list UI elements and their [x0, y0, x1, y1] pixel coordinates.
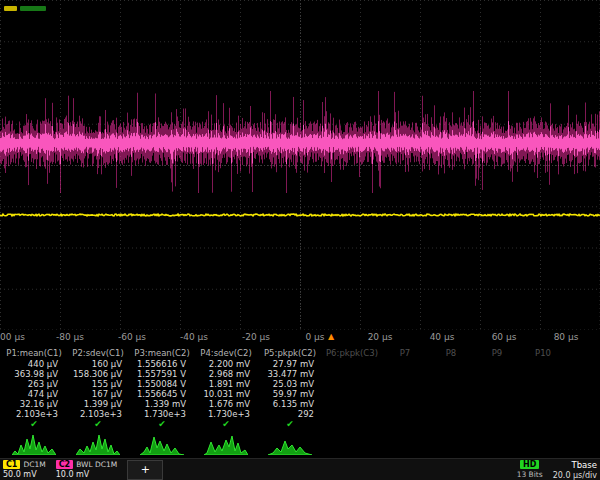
channel-coupling-c1: DC1M	[23, 460, 45, 469]
channel-descriptor-c2[interactable]: C2 BWL DC1M 10.0 mV	[56, 460, 118, 479]
table-cell: 1.730e+3	[130, 409, 194, 419]
table-cell: 2.103e+3	[2, 409, 66, 419]
time-axis-label: -60 µs	[118, 332, 146, 342]
table-cell: 1.556645 V	[130, 389, 194, 399]
hd-chip: HD	[520, 460, 539, 469]
table-cell: 27.97 mV	[258, 359, 322, 369]
histicon-p2[interactable]	[66, 429, 130, 455]
trigger-time-marker[interactable]: ▲	[328, 332, 334, 342]
time-axis-label: 60 µs	[492, 332, 517, 342]
status-check-icon: ✔	[2, 419, 66, 429]
timebase-descriptor[interactable]: Tbase 20.0 µs/div	[553, 460, 597, 480]
oscilloscope-screen: -100 µs -80 µs -60 µs -40 µs -20 µs 0 µs…	[0, 0, 600, 480]
channel-chip-c1[interactable]: C1	[3, 460, 20, 469]
corner-indicators	[4, 6, 46, 11]
status-bar: C1 DC1M 50.0 mV C2 BWL DC1M 10.0 mV + HD…	[0, 458, 600, 480]
param-header-p10[interactable]: P10	[520, 348, 566, 358]
histicon-p5[interactable]	[258, 429, 322, 455]
time-axis-label: 0 µs	[305, 332, 324, 342]
table-cell: 474 µV	[2, 389, 66, 399]
time-axis-label: 40 µs	[430, 332, 455, 342]
table-cell: 33.477 mV	[258, 369, 322, 379]
table-cell: 1.399 µV	[66, 399, 130, 409]
histicon-p1[interactable]	[2, 429, 66, 455]
timebase-group: HD 13 Bits Tbase 20.0 µs/div	[517, 460, 597, 480]
channel-coupling-c2: BWL DC1M	[76, 460, 117, 469]
channel-scale-c1: 50.0 mV	[3, 470, 46, 479]
param-header-p4[interactable]: P4:sdev(C2)	[194, 348, 258, 358]
channel-scale-c2: 10.0 mV	[56, 470, 118, 479]
table-cell: 6.135 mV	[258, 399, 322, 409]
table-cell: 10.031 mV	[194, 389, 258, 399]
add-channel-button[interactable]: +	[127, 460, 163, 480]
table-cell: 1.557591 V	[130, 369, 194, 379]
waveform-display[interactable]	[0, 0, 600, 330]
table-cell: 59.97 mV	[258, 389, 322, 399]
param-header-p9[interactable]: P9	[474, 348, 520, 358]
measurement-header-row: P1:mean(C1) P2:sdev(C1) P3:mean(C2) P4:s…	[2, 347, 598, 359]
time-axis-label: 80 µs	[554, 332, 579, 342]
time-axis-label: -20 µs	[242, 332, 270, 342]
param-header-p8[interactable]: P8	[428, 348, 474, 358]
table-cell: 167 µV	[66, 389, 130, 399]
timebase-scale: 20.0 µs/div	[553, 471, 597, 480]
time-axis: -100 µs -80 µs -60 µs -40 µs -20 µs 0 µs…	[0, 331, 600, 346]
param-header-p5[interactable]: P5:pkpk(C2)	[258, 348, 322, 358]
channel-chip-c2[interactable]: C2	[56, 460, 73, 469]
param-header-p6[interactable]: P6:pkpk(C3)	[322, 348, 382, 358]
measurement-table: P1:mean(C1) P2:sdev(C1) P3:mean(C2) P4:s…	[2, 347, 598, 429]
table-cell: 160 µV	[66, 359, 130, 369]
table-cell: 2.200 mV	[194, 359, 258, 369]
table-cell: 263 µV	[2, 379, 66, 389]
table-cell: 1.891 mV	[194, 379, 258, 389]
table-row-min: 263 µV 155 µV 1.550084 V 1.891 mV 25.03 …	[2, 379, 598, 389]
table-cell: 1.556616 V	[130, 359, 194, 369]
table-cell: 292	[258, 409, 322, 419]
status-check-icon: ✔	[130, 419, 194, 429]
histicon-p3[interactable]	[130, 429, 194, 455]
status-check-icon: ✔	[194, 419, 258, 429]
param-header-p7[interactable]: P7	[382, 348, 428, 358]
table-row-status: ✔ ✔ ✔ ✔ ✔	[2, 419, 598, 429]
table-cell: 158.306 µV	[66, 369, 130, 379]
table-cell: 363.98 µV	[2, 369, 66, 379]
channel-group: C1 DC1M 50.0 mV C2 BWL DC1M 10.0 mV +	[3, 460, 163, 480]
table-cell: 440 µV	[2, 359, 66, 369]
corner-indicator-yellow	[4, 6, 17, 11]
param-header-p3[interactable]: P3:mean(C2)	[130, 348, 194, 358]
table-cell: 155 µV	[66, 379, 130, 389]
table-row-mean: 363.98 µV 158.306 µV 1.557591 V 2.968 mV…	[2, 369, 598, 379]
histicon-row	[2, 429, 598, 455]
corner-indicator-green	[20, 6, 46, 11]
time-axis-label: 20 µs	[368, 332, 393, 342]
time-axis-label: -80 µs	[56, 332, 84, 342]
table-cell: 1.550084 V	[130, 379, 194, 389]
table-row-value: 440 µV 160 µV 1.556616 V 2.200 mV 27.97 …	[2, 359, 598, 369]
table-cell: 1.339 mV	[130, 399, 194, 409]
time-axis-label: -100 µs	[0, 332, 25, 342]
table-cell: 1.676 mV	[194, 399, 258, 409]
table-cell: 32.16 µV	[2, 399, 66, 409]
table-row-sdev: 32.16 µV 1.399 µV 1.339 mV 1.676 mV 6.13…	[2, 399, 598, 409]
table-cell: 2.103e+3	[66, 409, 130, 419]
table-row-max: 474 µV 167 µV 1.556645 V 10.031 mV 59.97…	[2, 389, 598, 399]
time-axis-label: -40 µs	[180, 332, 208, 342]
channel-descriptor-c1[interactable]: C1 DC1M 50.0 mV	[3, 460, 46, 479]
param-header-p1[interactable]: P1:mean(C1)	[2, 348, 66, 358]
status-check-icon: ✔	[66, 419, 130, 429]
table-row-num: 2.103e+3 2.103e+3 1.730e+3 1.730e+3 292	[2, 409, 598, 419]
status-check-icon: ✔	[258, 419, 322, 429]
table-cell: 2.968 mV	[194, 369, 258, 379]
table-cell: 25.03 mV	[258, 379, 322, 389]
histicon-p4[interactable]	[194, 429, 258, 455]
timebase-label: Tbase	[572, 460, 597, 470]
hd-mode-indicator[interactable]: HD 13 Bits	[517, 460, 543, 479]
hd-bits-label: 13 Bits	[517, 470, 543, 479]
param-header-p2[interactable]: P2:sdev(C1)	[66, 348, 130, 358]
table-cell: 1.730e+3	[194, 409, 258, 419]
